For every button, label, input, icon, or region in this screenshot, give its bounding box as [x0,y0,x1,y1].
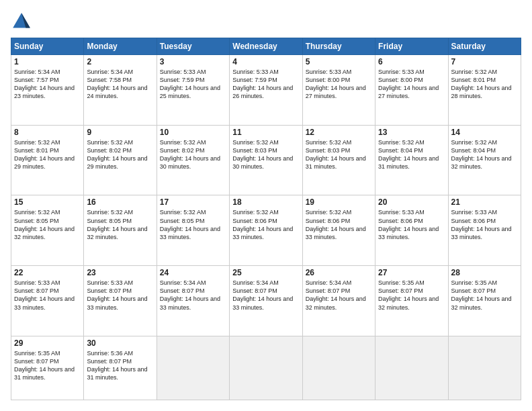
logo-icon [11,11,32,32]
calendar-cell [375,336,448,400]
calendar-week: 22 Sunrise: 5:33 AMSunset: 8:07 PMDaylig… [11,266,521,336]
dow-header: Saturday [448,38,521,55]
day-number: 21 [451,197,518,207]
calendar-cell: 28 Sunrise: 5:35 AMSunset: 8:07 PMDaylig… [448,266,521,336]
calendar-cell: 5 Sunrise: 5:33 AMSunset: 8:00 PMDayligh… [302,55,375,126]
cell-info: Sunrise: 5:35 AMSunset: 8:07 PMDaylight:… [451,279,518,312]
calendar-cell: 27 Sunrise: 5:35 AMSunset: 8:07 PMDaylig… [375,266,448,336]
calendar-week: 15 Sunrise: 5:32 AMSunset: 8:05 PMDaylig… [11,195,521,266]
cell-info: Sunrise: 5:33 AMSunset: 8:06 PMDaylight:… [451,208,518,241]
day-number: 12 [306,128,372,137]
calendar-cell [230,336,302,400]
page: SundayMondayTuesdayWednesdayThursdayFrid… [0,0,532,411]
day-number: 18 [232,197,299,207]
cell-info: Sunrise: 5:33 AMSunset: 8:00 PMDaylight:… [378,68,445,101]
calendar-cell: 3 Sunrise: 5:33 AMSunset: 7:59 PMDayligh… [157,55,229,126]
cell-info: Sunrise: 5:32 AMSunset: 8:02 PMDaylight:… [87,138,153,171]
day-number: 23 [87,268,153,277]
calendar-cell [157,336,229,400]
cell-info: Sunrise: 5:32 AMSunset: 8:03 PMDaylight:… [306,138,372,171]
cell-info: Sunrise: 5:34 AMSunset: 8:07 PMDaylight:… [232,279,299,312]
calendar-cell: 6 Sunrise: 5:33 AMSunset: 8:00 PMDayligh… [375,55,448,126]
cell-info: Sunrise: 5:32 AMSunset: 8:01 PMDaylight:… [14,138,81,171]
day-number: 6 [378,57,445,66]
day-number: 11 [232,128,299,137]
calendar-cell: 9 Sunrise: 5:32 AMSunset: 8:02 PMDayligh… [84,125,157,195]
day-number: 17 [160,197,226,207]
day-number: 28 [451,268,518,277]
calendar-cell: 29 Sunrise: 5:35 AMSunset: 8:07 PMDaylig… [11,336,84,400]
dow-header: Tuesday [157,38,229,55]
day-number: 20 [378,197,445,207]
cell-info: Sunrise: 5:32 AMSunset: 8:04 PMDaylight:… [451,138,518,171]
calendar-week: 29 Sunrise: 5:35 AMSunset: 8:07 PMDaylig… [11,336,521,400]
calendar-cell: 12 Sunrise: 5:32 AMSunset: 8:03 PMDaylig… [302,125,375,195]
dow-header: Thursday [302,38,375,55]
calendar-week: 8 Sunrise: 5:32 AMSunset: 8:01 PMDayligh… [11,125,521,195]
day-number: 25 [232,268,299,277]
day-number: 2 [87,57,153,66]
calendar-cell: 15 Sunrise: 5:32 AMSunset: 8:05 PMDaylig… [11,195,84,266]
day-number: 14 [451,128,518,137]
calendar-cell: 19 Sunrise: 5:32 AMSunset: 8:06 PMDaylig… [302,195,375,266]
day-number: 1 [14,57,81,66]
cell-info: Sunrise: 5:35 AMSunset: 8:07 PMDaylight:… [14,349,81,382]
day-number: 10 [160,128,226,137]
calendar-cell: 26 Sunrise: 5:34 AMSunset: 8:07 PMDaylig… [302,266,375,336]
calendar-cell: 22 Sunrise: 5:33 AMSunset: 8:07 PMDaylig… [11,266,84,336]
calendar-cell: 8 Sunrise: 5:32 AMSunset: 8:01 PMDayligh… [11,125,84,195]
day-number: 24 [160,268,226,277]
cell-info: Sunrise: 5:33 AMSunset: 7:59 PMDaylight:… [232,68,299,101]
cell-info: Sunrise: 5:33 AMSunset: 8:07 PMDaylight:… [14,279,81,312]
calendar-cell [302,336,375,400]
dow-header: Friday [375,38,448,55]
day-number: 13 [378,128,445,137]
calendar-cell: 30 Sunrise: 5:36 AMSunset: 8:07 PMDaylig… [84,336,157,400]
cell-info: Sunrise: 5:33 AMSunset: 8:06 PMDaylight:… [378,208,445,241]
day-number: 16 [87,197,153,207]
cell-info: Sunrise: 5:34 AMSunset: 7:57 PMDaylight:… [14,68,81,101]
day-number: 9 [87,128,153,137]
dow-header: Monday [84,38,157,55]
day-number: 4 [232,57,299,66]
dow-header: Sunday [11,38,84,55]
cell-info: Sunrise: 5:32 AMSunset: 8:05 PMDaylight:… [160,208,226,241]
calendar: SundayMondayTuesdayWednesdayThursdayFrid… [11,38,521,400]
calendar-cell: 14 Sunrise: 5:32 AMSunset: 8:04 PMDaylig… [448,125,521,195]
cell-info: Sunrise: 5:34 AMSunset: 7:58 PMDaylight:… [87,68,153,101]
cell-info: Sunrise: 5:33 AMSunset: 8:00 PMDaylight:… [306,68,372,101]
calendar-cell: 20 Sunrise: 5:33 AMSunset: 8:06 PMDaylig… [375,195,448,266]
calendar-cell: 2 Sunrise: 5:34 AMSunset: 7:58 PMDayligh… [84,55,157,126]
calendar-cell: 23 Sunrise: 5:33 AMSunset: 8:07 PMDaylig… [84,266,157,336]
calendar-cell: 10 Sunrise: 5:32 AMSunset: 8:02 PMDaylig… [157,125,229,195]
calendar-cell: 18 Sunrise: 5:32 AMSunset: 8:06 PMDaylig… [230,195,302,266]
cell-info: Sunrise: 5:34 AMSunset: 8:07 PMDaylight:… [160,279,226,312]
cell-info: Sunrise: 5:32 AMSunset: 8:06 PMDaylight:… [306,208,372,241]
calendar-cell: 25 Sunrise: 5:34 AMSunset: 8:07 PMDaylig… [230,266,302,336]
day-number: 3 [160,57,226,66]
cell-info: Sunrise: 5:32 AMSunset: 8:04 PMDaylight:… [378,138,445,171]
cell-info: Sunrise: 5:32 AMSunset: 8:02 PMDaylight:… [160,138,226,171]
dow-header: Wednesday [230,38,302,55]
day-number: 7 [451,57,518,66]
calendar-cell: 16 Sunrise: 5:32 AMSunset: 8:05 PMDaylig… [84,195,157,266]
cell-info: Sunrise: 5:33 AMSunset: 7:59 PMDaylight:… [160,68,226,101]
calendar-cell: 7 Sunrise: 5:32 AMSunset: 8:01 PMDayligh… [448,55,521,126]
cell-info: Sunrise: 5:32 AMSunset: 8:05 PMDaylight:… [14,208,81,241]
calendar-cell [448,336,521,400]
day-number: 26 [306,268,372,277]
day-number: 15 [14,197,81,207]
calendar-cell: 4 Sunrise: 5:33 AMSunset: 7:59 PMDayligh… [230,55,302,126]
cell-info: Sunrise: 5:32 AMSunset: 8:06 PMDaylight:… [232,208,299,241]
day-number: 29 [14,338,81,348]
day-number: 5 [306,57,372,66]
calendar-cell: 21 Sunrise: 5:33 AMSunset: 8:06 PMDaylig… [448,195,521,266]
calendar-cell: 13 Sunrise: 5:32 AMSunset: 8:04 PMDaylig… [375,125,448,195]
calendar-body: 1 Sunrise: 5:34 AMSunset: 7:57 PMDayligh… [11,55,521,400]
calendar-cell: 1 Sunrise: 5:34 AMSunset: 7:57 PMDayligh… [11,55,84,126]
day-number: 8 [14,128,81,137]
day-number: 19 [306,197,372,207]
calendar-cell: 11 Sunrise: 5:32 AMSunset: 8:03 PMDaylig… [230,125,302,195]
cell-info: Sunrise: 5:32 AMSunset: 8:05 PMDaylight:… [87,208,153,241]
calendar-cell: 17 Sunrise: 5:32 AMSunset: 8:05 PMDaylig… [157,195,229,266]
